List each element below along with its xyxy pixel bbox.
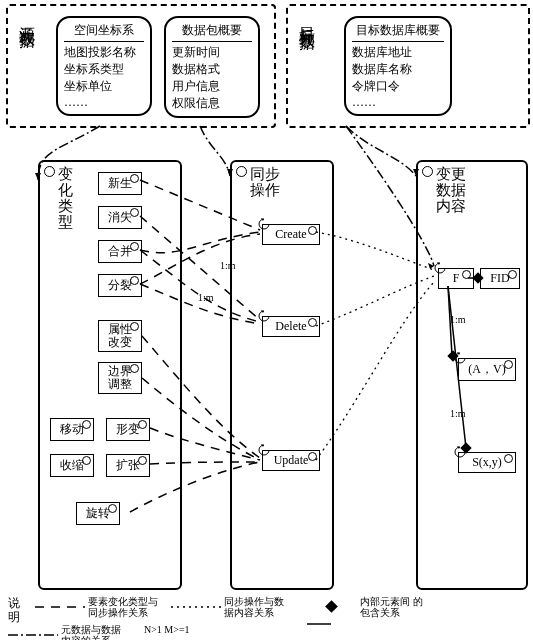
source-meta-label: 源元数据 (16, 14, 37, 22)
pkg-title: 数据包概要 (172, 22, 252, 39)
change-type-column: 变 化 类 型 新生 消失 合并 分裂 属性 改变 边界 调整 移动 形变 收缩… (38, 160, 182, 590)
node-sxy: S(x,y) (458, 452, 516, 473)
legend-item-4: 元数据与数据 内容的关系 (8, 624, 131, 640)
node-fid: FID (480, 268, 520, 289)
col2-title: 同步 操作 (250, 166, 280, 198)
node-delete: Delete (262, 316, 320, 337)
tgt-title: 目标数据库概要 (352, 22, 444, 39)
legend-item-3: 内部元素间 的包含关系 (307, 596, 430, 618)
circle-icon (44, 166, 55, 177)
node-f: F (438, 268, 474, 289)
legend-item-1: 要素变化类型与 同步操作关系 (35, 596, 158, 618)
card-1m-b: 1:m (198, 292, 214, 303)
node-expand: 扩张 (106, 454, 150, 477)
legend-tail: N>1 M>=1 (144, 624, 190, 635)
legend-label: 说 明 (8, 596, 32, 624)
circle-icon (236, 166, 247, 177)
node-boundary-adjust: 边界 调整 (98, 362, 142, 394)
coord-title: 空间坐标系 (64, 22, 144, 39)
circle-icon (422, 166, 433, 177)
target-metadata-region: 目标元数据 目标数据库概要 数据库地址 数据库名称 令牌口令 …… (286, 4, 530, 128)
node-disappear: 消失 (98, 206, 142, 229)
col3-title: 变更 数据 内容 (436, 166, 466, 214)
node-shrink: 收缩 (50, 454, 94, 477)
node-merge: 合并 (98, 240, 142, 263)
data-package-box: 数据包概要 更新时间 数据格式 用户信息 权限信息 (164, 16, 260, 118)
node-attr-change: 属性 改变 (98, 320, 142, 352)
coord-system-box: 空间坐标系 地图投影名称 坐标系类型 坐标单位 …… (56, 16, 152, 116)
target-db-box: 目标数据库概要 数据库地址 数据库名称 令牌口令 …… (344, 16, 452, 116)
node-deform: 形变 (106, 418, 150, 441)
card-1m-d: 1:m (450, 408, 466, 419)
legend-item-2: 同步操作与数 据内容关系 (171, 596, 294, 618)
node-rotate: 旋转 (76, 502, 120, 525)
legend: 说 明 要素变化类型与 同步操作关系 同步操作与数 据内容关系 内部元素间 的包… (8, 596, 533, 640)
card-1m-a: 1:m (220, 260, 236, 271)
node-split: 分裂 (98, 274, 142, 297)
card-1m-c: 1:m (450, 314, 466, 325)
target-meta-label: 目标元数据 (296, 14, 317, 24)
change-data-column: 变更 数据 内容 F FID (A，V) S(x,y) (416, 160, 528, 590)
node-av: (A，V) (458, 358, 516, 381)
node-create: Create (262, 224, 320, 245)
source-metadata-region: 源元数据 空间坐标系 地图投影名称 坐标系类型 坐标单位 …… 数据包概要 更新… (6, 4, 276, 128)
node-update: Update (262, 450, 320, 471)
node-move: 移动 (50, 418, 94, 441)
node-newborn: 新生 (98, 172, 142, 195)
sync-op-column: 同步 操作 Create Delete Update (230, 160, 334, 590)
col1-title: 变 化 类 型 (58, 166, 73, 230)
